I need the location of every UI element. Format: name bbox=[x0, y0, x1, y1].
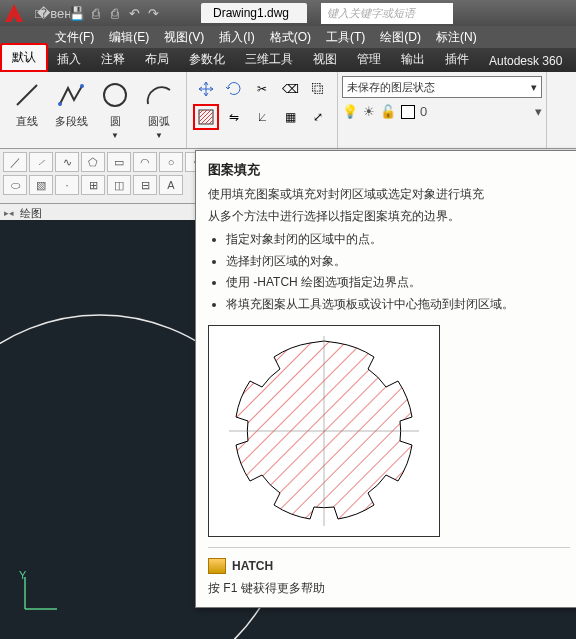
menu-view[interactable]: 视图(V) bbox=[164, 29, 204, 46]
erase-icon[interactable]: ⌫ bbox=[277, 76, 303, 102]
tb-rect-icon[interactable]: ▭ bbox=[107, 152, 131, 172]
tb-poly-icon[interactable]: ⬠ bbox=[81, 152, 105, 172]
tb-point-icon[interactable]: · bbox=[55, 175, 79, 195]
open-icon[interactable]: �венн bbox=[50, 5, 66, 21]
menu-tools[interactable]: 工具(T) bbox=[326, 29, 365, 46]
title-bar: □ �венн 💾 ⎙ ⎙ ↶ ↷ Drawing1.dwg 键入关键字或短语 bbox=[0, 0, 576, 26]
layer-combo[interactable]: 💡 ☀ 🔓 0 ▾ bbox=[342, 104, 542, 119]
circle-button[interactable]: 圆▼ bbox=[94, 76, 136, 142]
svg-text:Y: Y bbox=[19, 569, 27, 581]
layer-name: 0 bbox=[420, 104, 427, 119]
tab-plugins[interactable]: 插件 bbox=[435, 47, 479, 72]
scale-icon[interactable]: ⤢ bbox=[305, 104, 331, 130]
tb-circle-icon[interactable]: ○ bbox=[159, 152, 183, 172]
layer-panel: 未保存的图层状态▾ 💡 ☀ 🔓 0 ▾ bbox=[338, 72, 547, 148]
tooltip-f1: 按 F1 键获得更多帮助 bbox=[208, 580, 570, 597]
menu-draw[interactable]: 绘图(D) bbox=[380, 29, 421, 46]
modify-panel: ✂ ⌫ ⿻ ⇋ ⟀ ▦ ⤢ bbox=[187, 72, 338, 148]
menu-file[interactable]: 文件(F) bbox=[55, 29, 94, 46]
save-icon[interactable]: 💾 bbox=[69, 5, 85, 21]
draw-panel: 直线 多段线 圆▼ 圆弧▼ bbox=[0, 72, 187, 148]
menu-format[interactable]: 格式(O) bbox=[270, 29, 311, 46]
tb-ellipse-icon[interactable]: ⬭ bbox=[3, 175, 27, 195]
svg-point-2 bbox=[58, 102, 62, 106]
tooltip-desc: 使用填充图案或填充对封闭区域或选定对象进行填充 bbox=[208, 185, 570, 203]
tab-manage[interactable]: 管理 bbox=[347, 47, 391, 72]
tab-output[interactable]: 输出 bbox=[391, 47, 435, 72]
tab-annotate[interactable]: 注释 bbox=[91, 47, 135, 72]
tooltip-title: 图案填充 bbox=[208, 161, 570, 179]
ucs-icon: Y bbox=[15, 569, 65, 619]
copy-icon[interactable]: ⿻ bbox=[305, 76, 331, 102]
line-button[interactable]: 直线 bbox=[6, 76, 48, 142]
help-search-input[interactable]: 键入关键字或短语 bbox=[321, 3, 453, 24]
mirror-icon[interactable]: ⇋ bbox=[221, 104, 247, 130]
arc-button[interactable]: 圆弧▼ bbox=[138, 76, 180, 142]
polyline-button[interactable]: 多段线 bbox=[50, 76, 92, 142]
panel-title: 绘图 bbox=[20, 206, 42, 221]
print-icon[interactable]: ⎙ bbox=[107, 5, 123, 21]
tooltip-command: HATCH bbox=[208, 558, 570, 574]
layer-state-combo[interactable]: 未保存的图层状态▾ bbox=[342, 76, 542, 98]
tb-text-icon[interactable]: A bbox=[159, 175, 183, 195]
saveas-icon[interactable]: ⎙ bbox=[88, 5, 104, 21]
tab-layout[interactable]: 布局 bbox=[135, 47, 179, 72]
tb-table-icon[interactable]: ⊟ bbox=[133, 175, 157, 195]
menu-dim[interactable]: 标注(N) bbox=[436, 29, 477, 46]
menu-edit[interactable]: 编辑(E) bbox=[109, 29, 149, 46]
svg-line-1 bbox=[17, 85, 37, 105]
tab-view[interactable]: 视图 bbox=[303, 47, 347, 72]
tb-pline-icon[interactable]: ∿ bbox=[55, 152, 79, 172]
svg-marker-0 bbox=[5, 4, 23, 22]
ribbon-tab-strip: 默认 插入 注释 布局 参数化 三维工具 视图 管理 输出 插件 Autodes… bbox=[0, 48, 576, 72]
collapse-icon[interactable]: ▸◂ bbox=[4, 208, 14, 218]
hatch-button[interactable] bbox=[193, 104, 219, 130]
rotate-icon[interactable] bbox=[221, 76, 247, 102]
lock-icon: 🔓 bbox=[380, 104, 396, 119]
command-tooltip: 图案填充 使用填充图案或填充对封闭区域或选定对象进行填充 从多个方法中进行选择以… bbox=[195, 150, 576, 608]
document-tab[interactable]: Drawing1.dwg bbox=[201, 3, 307, 23]
trim-icon[interactable]: ✂ bbox=[249, 76, 275, 102]
bulb-icon: 💡 bbox=[342, 104, 358, 119]
tab-default[interactable]: 默认 bbox=[0, 43, 48, 72]
app-menu-button[interactable] bbox=[0, 0, 28, 27]
tb-xline-icon[interactable]: ⟋ bbox=[29, 152, 53, 172]
layer-color-swatch bbox=[401, 105, 415, 119]
fillet-icon[interactable]: ⟀ bbox=[249, 104, 275, 130]
menu-bar: 文件(F) 编辑(E) 视图(V) 插入(I) 格式(O) 工具(T) 绘图(D… bbox=[0, 26, 576, 48]
command-icon bbox=[208, 558, 226, 574]
tab-param[interactable]: 参数化 bbox=[179, 47, 235, 72]
tb-hatch-icon[interactable]: ▧ bbox=[29, 175, 53, 195]
tb-line-icon[interactable]: ／ bbox=[3, 152, 27, 172]
sun-icon: ☀ bbox=[363, 104, 375, 119]
array-icon[interactable]: ▦ bbox=[277, 104, 303, 130]
tab-3d[interactable]: 三维工具 bbox=[235, 47, 303, 72]
ribbon-body: 直线 多段线 圆▼ 圆弧▼ ✂ ⌫ ⿻ ⇋ ⟀ ▦ bbox=[0, 72, 576, 149]
svg-point-3 bbox=[80, 84, 84, 88]
move-icon[interactable] bbox=[193, 76, 219, 102]
svg-point-4 bbox=[104, 84, 126, 106]
tooltip-preview bbox=[208, 325, 440, 537]
undo-icon[interactable]: ↶ bbox=[126, 5, 142, 21]
menu-insert[interactable]: 插入(I) bbox=[219, 29, 254, 46]
redo-icon[interactable]: ↷ bbox=[145, 5, 161, 21]
tab-insert[interactable]: 插入 bbox=[47, 47, 91, 72]
quick-access-toolbar: □ �венн 💾 ⎙ ⎙ ↶ ↷ bbox=[31, 5, 161, 21]
tb-arc-icon[interactable]: ◠ bbox=[133, 152, 157, 172]
tooltip-list: 指定对象封闭的区域中的点。 选择封闭区域的对象。 使用 -HATCH 绘图选项指… bbox=[226, 229, 570, 315]
tb-region-icon[interactable]: ◫ bbox=[107, 175, 131, 195]
tb-block-icon[interactable]: ⊞ bbox=[81, 175, 105, 195]
tab-a360[interactable]: Autodesk 360 bbox=[479, 50, 572, 72]
tooltip-lead: 从多个方法中进行选择以指定图案填充的边界。 bbox=[208, 207, 570, 225]
